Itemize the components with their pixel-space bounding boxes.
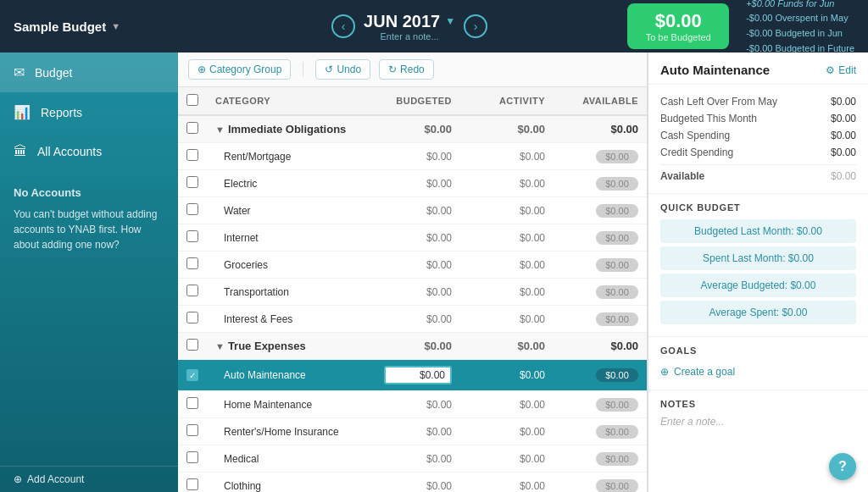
category-group-icon: ⊕ xyxy=(198,64,206,75)
table-row[interactable]: Renter's/Home Insurance $0.00 $0.00 $0.0… xyxy=(178,418,647,445)
row-checkbox[interactable] xyxy=(186,149,198,161)
group-activity-cell: $0.00 xyxy=(460,333,554,360)
create-goal-button[interactable]: ⊕ Create a goal xyxy=(660,362,856,381)
group-checkbox-cell xyxy=(178,115,207,143)
table-row[interactable]: Transportation $0.00 $0.00 $0.00 xyxy=(178,279,647,306)
next-month-button[interactable]: › xyxy=(464,14,487,38)
item-budgeted-cell[interactable]: $0.00 xyxy=(367,170,460,197)
category-group-button[interactable]: ⊕ Category Group xyxy=(188,59,291,80)
row-checkbox[interactable] xyxy=(186,312,198,323)
item-available-cell: $0.00 xyxy=(554,197,647,224)
sidebar-item-budget[interactable]: ✉ Budget xyxy=(0,53,178,92)
item-budgeted-cell[interactable] xyxy=(367,360,460,391)
item-budgeted-cell[interactable]: $0.00 xyxy=(367,143,460,170)
item-budgeted-cell[interactable]: $0.00 xyxy=(367,418,460,445)
row-checkbox[interactable]: ✓ xyxy=(186,369,198,381)
table-row[interactable]: Home Maintenance $0.00 $0.00 $0.00 xyxy=(178,391,647,418)
table-row[interactable]: Electric $0.00 $0.00 $0.00 xyxy=(178,170,647,197)
item-available-cell: $0.00 xyxy=(554,170,647,197)
create-goal-icon: ⊕ xyxy=(660,366,669,378)
group-name-cell: ▼Immediate Obligations xyxy=(207,115,367,143)
row-checkbox[interactable] xyxy=(186,230,198,242)
item-activity-cell: $0.00 xyxy=(460,252,554,279)
expand-arrow-icon[interactable]: ▼ xyxy=(215,341,225,351)
item-available-cell: $0.00 xyxy=(554,143,647,170)
row-checkbox[interactable] xyxy=(186,478,198,490)
item-available-cell: $0.00 xyxy=(554,445,647,473)
table-row[interactable]: Interest & Fees $0.00 $0.00 $0.00 xyxy=(178,306,647,333)
budgeted-last-month-button[interactable]: Budgeted Last Month: $0.00 xyxy=(660,219,856,243)
table-row[interactable]: Internet $0.00 $0.00 $0.00 xyxy=(178,224,647,252)
undo-button[interactable]: ↺ Undo xyxy=(315,59,370,80)
item-available-cell: $0.00 xyxy=(554,224,647,252)
notes-input[interactable]: Enter a note... xyxy=(660,416,856,428)
row-checkbox[interactable] xyxy=(186,257,198,269)
available-badge: $0.00 xyxy=(596,312,638,326)
category-header: CATEGORY xyxy=(207,87,367,115)
group-available-cell: $0.00 xyxy=(554,333,647,360)
row-checkbox[interactable] xyxy=(186,176,198,188)
item-budgeted-cell[interactable]: $0.00 xyxy=(367,391,460,418)
item-budgeted-cell[interactable]: $0.00 xyxy=(367,252,460,279)
edit-button[interactable]: ⚙ Edit xyxy=(826,64,856,76)
item-budgeted-cell[interactable]: $0.00 xyxy=(367,306,460,333)
item-activity-cell: $0.00 xyxy=(460,170,554,197)
table-row[interactable]: Clothing $0.00 $0.00 $0.00 xyxy=(178,473,647,493)
available-badge: $0.00 xyxy=(596,479,638,493)
item-budgeted-cell[interactable]: $0.00 xyxy=(367,224,460,252)
item-budgeted-cell[interactable]: $0.00 xyxy=(367,197,460,224)
help-button[interactable]: ? xyxy=(829,453,856,480)
budgeted-value: $0.00 xyxy=(426,259,452,271)
row-checkbox[interactable] xyxy=(186,397,198,409)
item-name-cell: Electric xyxy=(207,170,367,197)
budget-table: CATEGORY BUDGETED ACTIVITY AVAILABLE ▼Im… xyxy=(178,87,647,492)
accounts-icon: 🏛 xyxy=(14,144,27,159)
row-checkbox[interactable] xyxy=(186,424,198,436)
budgeted-value: $0.00 xyxy=(426,232,452,244)
table-row: ▼Immediate Obligations $0.00 $0.00 $0.00 xyxy=(178,115,647,143)
budgeted-value: $0.00 xyxy=(426,151,452,163)
sidebar-item-reports[interactable]: 📊 Reports xyxy=(0,92,178,132)
budgeted-input[interactable] xyxy=(384,366,452,384)
table-row[interactable]: Water $0.00 $0.00 $0.00 xyxy=(178,197,647,224)
item-name-cell: Renter's/Home Insurance xyxy=(207,418,367,445)
redo-label: Redo xyxy=(400,64,425,75)
average-budgeted-button[interactable]: Average Budgeted: $0.00 xyxy=(660,274,856,297)
budget-table-area: ⊕ Category Group ↺ Undo ↻ Redo xyxy=(178,53,648,492)
select-all-checkbox[interactable] xyxy=(186,94,198,106)
available-badge: $0.00 xyxy=(596,398,638,412)
table-row[interactable]: Groceries $0.00 $0.00 $0.00 xyxy=(178,252,647,279)
row-checkbox[interactable] xyxy=(186,203,198,215)
budgeted-value: $0.00 xyxy=(426,399,452,411)
prev-month-button[interactable]: ‹ xyxy=(331,14,355,38)
group-checkbox[interactable] xyxy=(186,339,198,351)
budgeted-value: $0.00 xyxy=(426,453,452,465)
row-checkbox[interactable] xyxy=(186,451,198,463)
table-row[interactable]: Medical $0.00 $0.00 $0.00 xyxy=(178,445,647,473)
spent-last-month-button[interactable]: Spent Last Month: $0.00 xyxy=(660,246,856,270)
goals-title: GOALS xyxy=(660,346,856,356)
budgeted-value: $0.00 xyxy=(426,426,452,438)
sidebar-item-all-accounts[interactable]: 🏛 All Accounts xyxy=(0,132,178,171)
table-row[interactable]: Rent/Mortgage $0.00 $0.00 $0.00 xyxy=(178,143,647,170)
panel-title: Auto Maintenance xyxy=(660,63,770,77)
item-budgeted-cell[interactable]: $0.00 xyxy=(367,279,460,306)
item-budgeted-cell[interactable]: $0.00 xyxy=(367,445,460,473)
item-budgeted-cell[interactable]: $0.00 xyxy=(367,473,460,493)
row-checkbox[interactable] xyxy=(186,285,198,296)
item-name-cell: Home Maintenance xyxy=(207,391,367,418)
budgeted-value: $0.00 xyxy=(426,205,452,217)
table-row[interactable]: ✓ Auto Maintenance $0.00 $0.00 xyxy=(178,360,647,391)
add-account-button[interactable]: ⊕ Add Account xyxy=(0,466,178,492)
group-checkbox[interactable] xyxy=(186,122,198,134)
average-spent-button[interactable]: Average Spent: $0.00 xyxy=(660,301,856,324)
redo-button[interactable]: ↻ Redo xyxy=(379,59,434,80)
item-available-cell: $0.00 xyxy=(554,418,647,445)
reports-icon: 📊 xyxy=(14,104,31,120)
item-activity-cell: $0.00 xyxy=(460,224,554,252)
add-account-label: Add Account xyxy=(27,473,84,485)
month-note-text[interactable]: Enter a note... xyxy=(364,31,455,41)
budget-title[interactable]: Sample Budget ▼ xyxy=(14,19,192,34)
expand-arrow-icon[interactable]: ▼ xyxy=(215,124,225,135)
available-badge: $0.00 xyxy=(596,177,638,191)
